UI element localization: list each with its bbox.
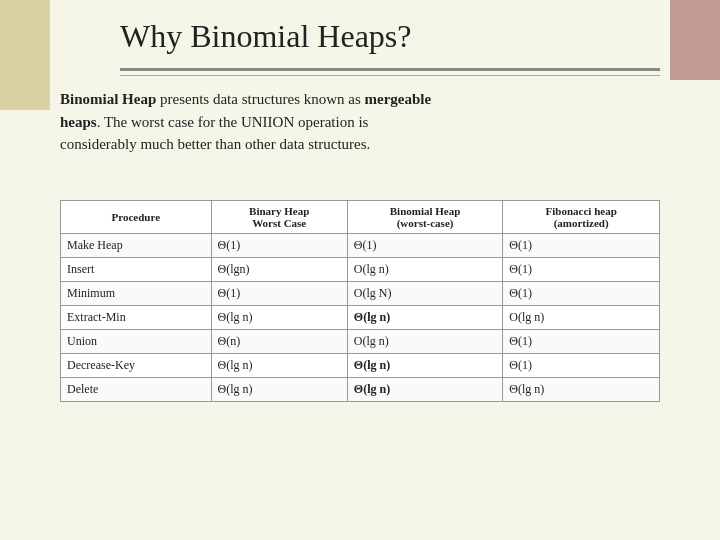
cell-binomial: O(lg N) xyxy=(347,282,503,306)
cell-binary: Θ(lg n) xyxy=(211,306,347,330)
cell-procedure: Union xyxy=(61,330,212,354)
cell-fibonacci: Θ(1) xyxy=(503,282,660,306)
deco-line-bottom xyxy=(120,75,660,76)
intro-paragraph: Binomial Heap presents data structures k… xyxy=(60,88,660,156)
col-header-binomial: Binomial Heap(worst-case) xyxy=(347,201,503,234)
table-row: MinimumΘ(1)O(lg N)Θ(1) xyxy=(61,282,660,306)
cell-fibonacci: Θ(1) xyxy=(503,258,660,282)
cell-fibonacci: Θ(1) xyxy=(503,234,660,258)
table-row: Make HeapΘ(1)Θ(1)Θ(1) xyxy=(61,234,660,258)
cell-procedure: Make Heap xyxy=(61,234,212,258)
col-header-binary: Binary HeapWorst Case xyxy=(211,201,347,234)
cell-procedure: Decrease-Key xyxy=(61,354,212,378)
cell-fibonacci: Θ(1) xyxy=(503,354,660,378)
intro-line2: heaps. The worst case for the UNIION ope… xyxy=(60,114,368,130)
deco-line-top xyxy=(120,68,660,71)
deco-rect-right xyxy=(670,0,720,80)
comparison-table: Procedure Binary HeapWorst Case Binomial… xyxy=(60,200,660,402)
table-row: Extract-MinΘ(lg n)Θ(lg n)O(lg n) xyxy=(61,306,660,330)
cell-fibonacci: O(lg n) xyxy=(503,306,660,330)
cell-binary: Θ(lgn) xyxy=(211,258,347,282)
cell-binary: Θ(n) xyxy=(211,330,347,354)
cell-fibonacci: Θ(1) xyxy=(503,330,660,354)
cell-procedure: Insert xyxy=(61,258,212,282)
cell-binomial: Θ(lg n) xyxy=(347,354,503,378)
cell-binomial: Θ(1) xyxy=(347,234,503,258)
cell-binomial: Θ(lg n) xyxy=(347,378,503,402)
cell-binomial: Θ(lg n) xyxy=(347,306,503,330)
col-header-fibonacci: Fibonacci heap(amortized) xyxy=(503,201,660,234)
table-row: UnionΘ(n)O(lg n)Θ(1) xyxy=(61,330,660,354)
page-title: Why Binomial Heaps? xyxy=(120,18,411,55)
comparison-table-container: Procedure Binary HeapWorst Case Binomial… xyxy=(60,200,660,402)
cell-fibonacci: Θ(lg n) xyxy=(503,378,660,402)
cell-binomial: O(lg n) xyxy=(347,258,503,282)
cell-procedure: Extract-Min xyxy=(61,306,212,330)
cell-procedure: Delete xyxy=(61,378,212,402)
intro-line1: Binomial Heap presents data structures k… xyxy=(60,91,431,107)
cell-binary: Θ(1) xyxy=(211,282,347,306)
cell-binomial: O(lg n) xyxy=(347,330,503,354)
col-header-procedure: Procedure xyxy=(61,201,212,234)
table-row: InsertΘ(lgn)O(lg n)Θ(1) xyxy=(61,258,660,282)
table-header-row: Procedure Binary HeapWorst Case Binomial… xyxy=(61,201,660,234)
cell-procedure: Minimum xyxy=(61,282,212,306)
cell-binary: Θ(lg n) xyxy=(211,378,347,402)
cell-binary: Θ(1) xyxy=(211,234,347,258)
table-row: DeleteΘ(lg n)Θ(lg n)Θ(lg n) xyxy=(61,378,660,402)
intro-line3: considerably much better than other data… xyxy=(60,136,370,152)
cell-binary: Θ(lg n) xyxy=(211,354,347,378)
table-row: Decrease-KeyΘ(lg n)Θ(lg n)Θ(1) xyxy=(61,354,660,378)
deco-rect-top xyxy=(0,0,50,110)
